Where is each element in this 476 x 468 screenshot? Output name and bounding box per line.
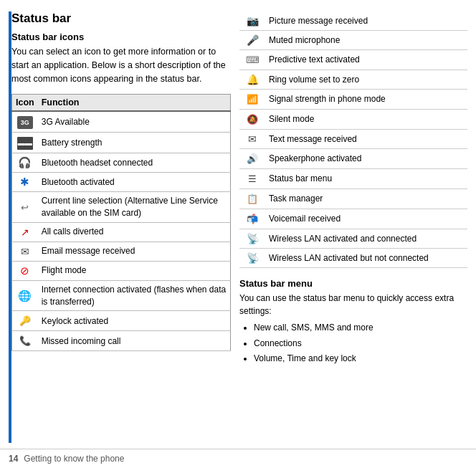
icon-cell: 🔔 (239, 70, 265, 90)
table-row: ↗ All calls diverted (12, 222, 231, 242)
function-cell: All calls diverted (38, 222, 231, 242)
status-icon: 📡 (244, 232, 260, 245)
col-function-header: Function (38, 95, 231, 112)
status-icon: 3G (17, 116, 33, 129)
status-icon: ⊘ (17, 264, 33, 277)
menu-section-title: Status bar menu (239, 278, 467, 289)
status-icon: ↗ (17, 226, 33, 239)
icon-table-right: 📷 Picture message received 🎤 Muted micro… (239, 11, 467, 268)
table-row: ✱ Bluetooth activated (12, 173, 231, 192)
function-cell: Predictive text activated (265, 50, 467, 70)
status-icon: 🎤 (244, 34, 260, 47)
status-icon: 🔔 (244, 73, 260, 86)
menu-items-list: New call, SMS, MMS and moreConnectionsVo… (239, 320, 467, 367)
table-row: 🎤 Muted microphone (239, 31, 467, 50)
function-cell: Signal strength in phone mode (265, 90, 467, 110)
icon-cell: 🔊 (239, 149, 265, 169)
table-row: 🔑 Keylock activated (12, 311, 231, 331)
function-cell: Text message received (265, 130, 467, 149)
table-row: 📬 Voicemail received (239, 209, 467, 229)
function-cell: Picture message received (265, 11, 467, 31)
intro-text: You can select an icon to get more infor… (11, 45, 231, 85)
status-icon: ✉ (244, 133, 260, 145)
icon-cell: 📶 (239, 90, 265, 110)
function-cell: Silent mode (265, 110, 467, 130)
status-icon: ▬▬ (17, 137, 33, 150)
left-column: Status bar Status bar icons You can sele… (9, 11, 231, 443)
icon-cell: ▬▬ (12, 133, 38, 153)
list-item: Connections (254, 336, 467, 352)
table-row: 🎧 Bluetooth headset connected (12, 153, 231, 173)
function-cell: Flight mode (38, 261, 231, 280)
icon-cell: ↩ (12, 192, 38, 223)
function-cell: Current line selection (Alternative Line… (38, 192, 231, 223)
table-row: 📷 Picture message received (239, 11, 467, 31)
table-row: 📡 Wireless LAN activated but not connect… (239, 249, 467, 268)
col-icon-header: Icon (12, 95, 38, 112)
function-cell: Wireless LAN activated but not connected (265, 249, 467, 268)
icon-cell: ⊘ (12, 261, 38, 280)
function-cell: Task manager (265, 189, 467, 209)
table-row: 📶 Signal strength in phone mode (239, 90, 467, 110)
page-title: Status bar (11, 11, 231, 26)
status-bar-menu-section: Status bar menu You can use the status b… (239, 278, 467, 367)
function-cell: Speakerphone activated (265, 149, 467, 169)
icon-cell: 🔕 (239, 110, 265, 130)
table-row: ⊘ Flight mode (12, 261, 231, 280)
icon-cell: 📞 (12, 331, 38, 351)
right-column: 📷 Picture message received 🎤 Muted micro… (239, 11, 467, 443)
status-icon: 🌐 (17, 290, 33, 302)
icon-cell: 🔑 (12, 311, 38, 331)
icon-cell: 📷 (239, 11, 265, 31)
function-cell: Ring volume set to zero (265, 70, 467, 90)
icon-cell: ☰ (239, 169, 265, 189)
page: Status bar Status bar icons You can sele… (0, 0, 476, 468)
status-icon: 📷 (244, 14, 260, 27)
function-cell: Voicemail received (265, 209, 467, 229)
function-cell: Missed incoming call (38, 331, 231, 351)
icon-cell: 3G (12, 111, 38, 133)
status-icon: 📶 (244, 93, 260, 106)
status-icon: 🔕 (244, 113, 260, 126)
table-row: ✉ Text message received (239, 130, 467, 149)
icon-cell: ✉ (12, 242, 38, 261)
table-row: ▬▬ Battery strength (12, 133, 231, 153)
function-cell: Keylock activated (38, 311, 231, 331)
function-cell: Muted microphone (265, 31, 467, 50)
icon-cell: ✉ (239, 130, 265, 149)
footer-text: Getting to know the phone (24, 454, 124, 464)
menu-section-intro: You can use the status bar menu to quick… (239, 292, 467, 317)
icon-cell: 🎧 (12, 153, 38, 173)
icon-cell: 🌐 (12, 280, 38, 311)
status-icon: 🎧 (17, 156, 33, 169)
icon-cell: ⌨ (239, 50, 265, 70)
table-header-row: Icon Function (12, 95, 231, 112)
table-row: ⌨ Predictive text activated (239, 50, 467, 70)
icon-cell: 📬 (239, 209, 265, 229)
function-cell: Battery strength (38, 133, 231, 153)
section-title-left: Status bar icons (11, 32, 231, 42)
icon-cell: ↗ (12, 222, 38, 242)
icon-cell: 📡 (239, 249, 265, 268)
status-icon: 📡 (244, 252, 260, 264)
icon-cell: 🎤 (239, 31, 265, 50)
table-row: 🔔 Ring volume set to zero (239, 70, 467, 90)
function-cell: 3G Available (38, 111, 231, 133)
icon-cell: 📡 (239, 229, 265, 249)
status-icon: ⌨ (244, 54, 260, 67)
function-cell: Bluetooth headset connected (38, 153, 231, 173)
table-row: 📞 Missed incoming call (12, 331, 231, 351)
function-cell: Status bar menu (265, 169, 467, 189)
icon-table-left: Icon Function 3G 3G Available ▬▬ Battery… (11, 94, 231, 351)
table-row: ✉ Email message received (12, 242, 231, 261)
function-cell: Email message received (38, 242, 231, 261)
content-area: Status bar Status bar icons You can sele… (0, 0, 476, 449)
table-row: 3G 3G Available (12, 111, 231, 133)
table-row: 🔊 Speakerphone activated (239, 149, 467, 169)
table-row: 🌐 Internet connection activated (flashes… (12, 280, 231, 311)
table-row: ↩ Current line selection (Alternative Li… (12, 192, 231, 223)
status-icon: 📬 (244, 213, 260, 226)
icon-cell: 📋 (239, 189, 265, 209)
footer: 14 Getting to know the phone (0, 449, 476, 468)
table-row: 📡 Wireless LAN activated and connected (239, 229, 467, 249)
